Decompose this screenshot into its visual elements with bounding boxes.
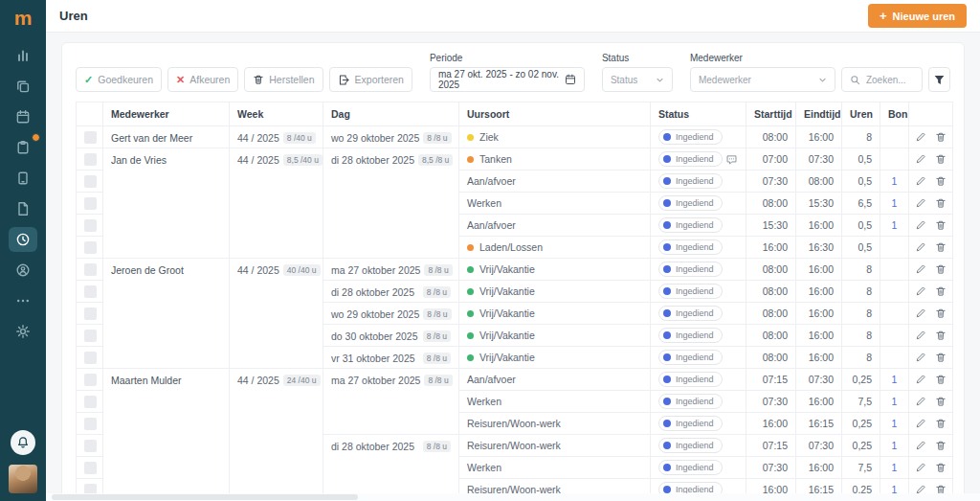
delete-icon[interactable] (935, 153, 947, 165)
filter-button[interactable] (928, 67, 950, 92)
bon-link[interactable]: 1 (880, 435, 909, 457)
bon-link[interactable] (880, 303, 909, 325)
row-checkbox[interactable] (84, 197, 97, 210)
bon-link[interactable]: 1 (880, 391, 909, 413)
delete-icon[interactable] (935, 418, 947, 429)
scrollbar-thumb[interactable] (52, 494, 358, 500)
medewerker-select[interactable]: Medewerker (690, 67, 835, 92)
delete-icon[interactable] (935, 241, 947, 253)
edit-icon[interactable] (915, 396, 926, 407)
edit-icon[interactable] (915, 418, 926, 429)
sidebar-item-clipboard[interactable] (9, 135, 37, 160)
delete-icon[interactable] (935, 440, 947, 451)
edit-icon[interactable] (915, 285, 926, 297)
sidebar-item-copy[interactable] (9, 74, 37, 99)
edit-icon[interactable] (915, 462, 926, 473)
uren-cell: 8 (842, 281, 880, 303)
edit-icon[interactable] (915, 175, 926, 187)
reject-button[interactable]: ✕ Afkeuren (167, 67, 238, 92)
notifications-button[interactable] (11, 430, 35, 455)
edit-icon[interactable] (915, 330, 926, 341)
delete-icon[interactable] (935, 374, 947, 385)
medewerker-cell: Gert van der Meer (103, 126, 230, 148)
comment-icon[interactable] (725, 153, 738, 166)
row-checkbox[interactable] (84, 219, 97, 232)
user-avatar[interactable] (9, 465, 37, 493)
delete-icon[interactable] (935, 175, 947, 187)
row-checkbox[interactable] (84, 462, 97, 474)
row-checkbox[interactable] (84, 263, 97, 276)
sidebar-item-clock[interactable] (9, 227, 37, 252)
sidebar-item-calendar[interactable] (9, 104, 37, 129)
bell-icon (16, 436, 30, 449)
bon-link[interactable] (880, 325, 909, 347)
bon-link[interactable] (880, 237, 909, 259)
restore-button[interactable]: Herstellen (244, 67, 323, 92)
delete-icon[interactable] (935, 285, 947, 297)
edit-icon[interactable] (915, 307, 926, 319)
starttijd-cell: 07:30 (746, 457, 796, 479)
starttijd-cell: 08:00 (746, 281, 796, 303)
sidebar-item-gear[interactable] (9, 319, 37, 344)
sidebar-item-document[interactable] (9, 196, 37, 221)
row-checkbox[interactable] (84, 330, 97, 342)
search-icon (850, 75, 860, 85)
edit-icon[interactable] (915, 352, 926, 363)
week-hours-badge: 8,5 /40 u (283, 154, 323, 166)
bon-link[interactable] (880, 259, 909, 281)
row-checkbox[interactable] (84, 131, 97, 144)
edit-icon[interactable] (915, 197, 926, 209)
sidebar-item-bar-chart[interactable] (9, 43, 37, 68)
row-checkbox[interactable] (84, 307, 97, 320)
row-checkbox[interactable] (84, 396, 97, 408)
chevron-down-icon (656, 76, 664, 84)
edit-icon[interactable] (915, 440, 926, 451)
new-hours-button[interactable]: + Nieuwe uren (868, 4, 967, 28)
checkbox-cell (77, 171, 103, 193)
date-range-input[interactable]: ma 27 okt. 2025 - zo 02 nov. 2025 (430, 67, 585, 92)
export-button[interactable]: Exporteren (329, 67, 412, 92)
dag-cell: wo 29 oktober 20258 /8 u (323, 126, 459, 148)
delete-icon[interactable] (935, 352, 947, 363)
delete-icon[interactable] (935, 396, 947, 407)
search-input[interactable] (866, 75, 914, 85)
delete-icon[interactable] (935, 307, 947, 319)
bon-link[interactable]: 1 (880, 413, 909, 435)
bon-link[interactable] (880, 281, 909, 303)
delete-icon[interactable] (935, 219, 947, 231)
sidebar-item-user-circle[interactable] (9, 258, 37, 283)
bon-link[interactable] (880, 126, 909, 148)
edit-icon[interactable] (915, 219, 926, 231)
horizontal-scrollbar[interactable] (46, 493, 980, 501)
edit-icon[interactable] (915, 374, 926, 385)
sidebar-item-ellipsis[interactable] (9, 288, 37, 313)
bon-link[interactable] (880, 347, 909, 369)
delete-icon[interactable] (935, 263, 947, 275)
delete-icon[interactable] (935, 131, 947, 143)
row-checkbox[interactable] (84, 175, 97, 188)
status-select[interactable]: Status (602, 67, 673, 92)
row-checkbox[interactable] (84, 374, 97, 386)
delete-icon[interactable] (935, 330, 947, 341)
uren-cell: 6,5 (842, 193, 880, 215)
sidebar-item-device[interactable] (9, 166, 37, 191)
row-checkbox[interactable] (84, 153, 97, 166)
delete-icon[interactable] (935, 197, 947, 209)
edit-icon[interactable] (915, 263, 926, 275)
approve-button[interactable]: ✓ Goedkeuren (76, 67, 162, 92)
bon-link[interactable]: 1 (880, 215, 909, 237)
edit-icon[interactable] (915, 153, 926, 165)
bon-link[interactable]: 1 (880, 193, 909, 215)
row-checkbox[interactable] (84, 285, 97, 298)
bon-link[interactable]: 1 (880, 171, 909, 193)
bon-link[interactable] (880, 148, 909, 171)
edit-icon[interactable] (915, 131, 926, 143)
row-checkbox[interactable] (84, 352, 97, 364)
bon-link[interactable]: 1 (880, 457, 909, 479)
delete-icon[interactable] (935, 462, 947, 473)
row-checkbox[interactable] (84, 440, 97, 452)
edit-icon[interactable] (915, 241, 926, 253)
row-checkbox[interactable] (84, 241, 97, 254)
bon-link[interactable]: 1 (880, 369, 909, 391)
row-checkbox[interactable] (84, 418, 97, 430)
